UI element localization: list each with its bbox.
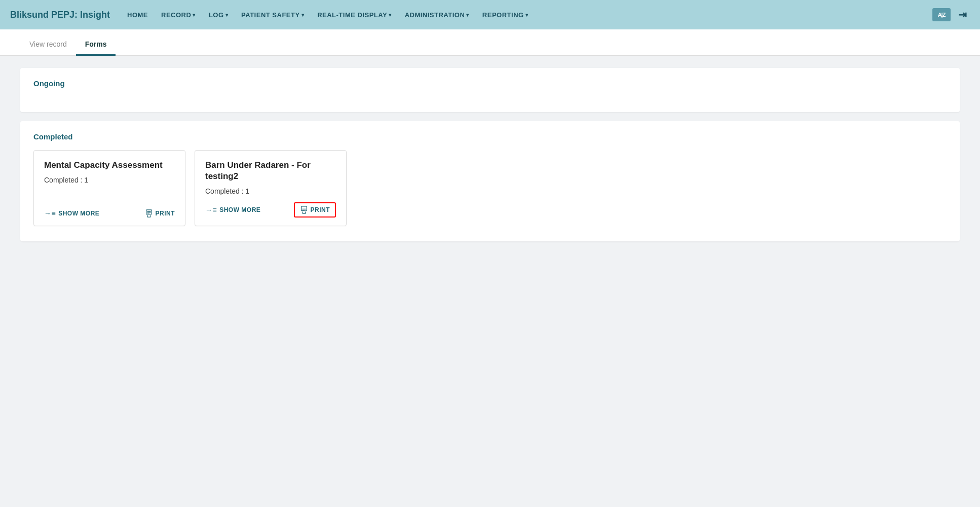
main-content: Ongoing Completed Mental Capacity Assess… [0, 56, 980, 254]
ongoing-section: Ongoing [20, 68, 960, 112]
language-button[interactable]: A|Z [932, 8, 951, 21]
nav-record[interactable]: RECORD ▾ [156, 7, 201, 23]
logout-button[interactable]: ⇥ [955, 8, 970, 21]
nav-patient-safety[interactable]: PATIENT SAFETY ▾ [236, 7, 309, 23]
form-card-title: Mental Capacity Assessment [44, 160, 175, 171]
tab-view-record[interactable]: View record [20, 33, 76, 56]
chevron-down-icon: ▾ [389, 12, 392, 18]
show-more-button[interactable]: →≡ SHOW MORE [44, 209, 99, 218]
chevron-down-icon: ▾ [193, 12, 196, 18]
form-card-barn-under-radaren: Barn Under Radaren - For testing2 Comple… [195, 150, 347, 226]
nav-icon-group: A|Z ⇥ [932, 8, 970, 21]
navbar: Bliksund PEPJ: Insight HOME RECORD ▾ LOG… [0, 0, 980, 29]
chevron-down-icon: ▾ [225, 12, 229, 18]
print-icon [145, 209, 153, 218]
completed-title: Completed [33, 132, 947, 141]
print-button-highlighted[interactable]: PRINT [294, 202, 336, 218]
show-more-button[interactable]: →≡ SHOW MORE [205, 206, 260, 214]
nav-home[interactable]: HOME [122, 7, 153, 23]
print-icon [300, 206, 308, 214]
print-button[interactable]: PRINT [145, 209, 175, 218]
nav-administration[interactable]: ADMINISTRATION ▾ [400, 7, 474, 23]
completed-section: Completed Mental Capacity Assessment Com… [20, 121, 960, 241]
nav-log[interactable]: LOG ▾ [204, 7, 233, 23]
tabs-bar: View record Forms [0, 29, 980, 56]
arrow-list-icon: →≡ [205, 206, 217, 214]
form-card-title: Barn Under Radaren - For testing2 [205, 160, 336, 182]
chevron-down-icon: ▾ [525, 12, 529, 18]
ongoing-title: Ongoing [33, 79, 947, 88]
chevron-down-icon: ▾ [301, 12, 305, 18]
completed-forms-row: Mental Capacity Assessment Completed : 1… [33, 150, 947, 226]
nav-realtime-display[interactable]: REAL-TIME DISPLAY ▾ [312, 7, 397, 23]
nav-reporting[interactable]: REPORTING ▾ [477, 7, 533, 23]
form-card-actions: →≡ SHOW MORE PRINT [44, 209, 175, 218]
tab-forms[interactable]: Forms [76, 33, 116, 56]
form-card-count: Completed : 1 [205, 187, 336, 195]
form-card-actions: →≡ SHOW MORE PRINT [205, 202, 336, 218]
form-card-mental-capacity: Mental Capacity Assessment Completed : 1… [33, 150, 185, 226]
form-card-count: Completed : 1 [44, 176, 175, 184]
chevron-down-icon: ▾ [466, 12, 469, 18]
arrow-list-icon: →≡ [44, 209, 56, 218]
brand-title: Bliksund PEPJ: Insight [10, 10, 110, 20]
